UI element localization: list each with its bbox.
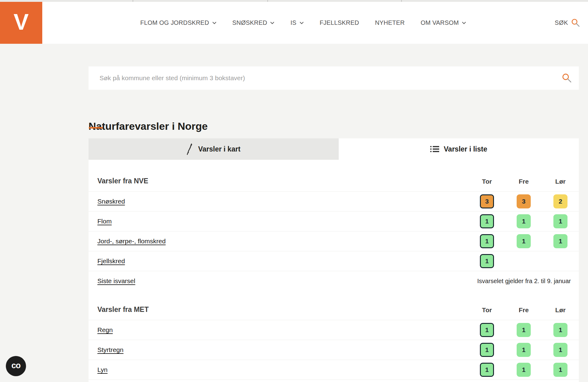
nav-item-label: IS: [290, 19, 296, 26]
row-link-styrtregn[interactable]: Styrtregn: [97, 346, 469, 354]
section-title: Varsler fra NVE: [97, 177, 469, 185]
sections: Varsler fra NVETorFreLørSnøskred332Flom1…: [89, 160, 579, 380]
warning-level-badge: 1: [480, 363, 494, 377]
day-cell: 1: [505, 323, 542, 337]
chevron-down-icon: [212, 21, 217, 24]
section-title: Varsler fra MET: [97, 305, 469, 314]
column-header-tor: Tor: [469, 306, 505, 314]
day-cell: 3: [469, 194, 505, 208]
table-row: Flom111: [89, 211, 579, 231]
logo-letter: V: [13, 11, 28, 33]
column-header-fre: Fre: [505, 178, 542, 185]
table-row: Styrtregn111: [89, 340, 579, 360]
table-row: Siste isvarselIsvarselet gjelder fra 2. …: [89, 271, 579, 291]
divider: [89, 380, 579, 380]
section-varsler-fra-met: Varsler fra METTorFreLørRegn111Styrtregn…: [89, 291, 579, 380]
day-cell: 1: [542, 214, 579, 228]
cookie-widget-button[interactable]: co: [6, 356, 26, 376]
day-cell: 2: [542, 194, 579, 208]
warning-level-badge: 1: [553, 363, 567, 377]
edge-tick: [267, 0, 268, 2]
nav-item-label: NYHETER: [375, 19, 405, 26]
chevron-down-icon: [270, 21, 274, 24]
section-header: Varsler fra METTorFreLør: [89, 291, 579, 320]
norway-map-icon: [187, 143, 194, 155]
column-header-fre: Fre: [505, 306, 542, 314]
day-cell: 1: [469, 214, 505, 228]
nav-item-label: FJELLSKRED: [320, 19, 359, 26]
search-menu-button[interactable]: SØK: [555, 2, 580, 44]
row-link-jord-s-rpe-flomskred[interactable]: Jord-, sørpe-, flomskred: [97, 238, 469, 245]
row-link-regn[interactable]: Regn: [97, 326, 469, 334]
search-menu-label: SØK: [555, 19, 568, 26]
nav-item-label: FLOM OG JORDSKRED: [140, 19, 209, 26]
edge-tick: [133, 0, 133, 2]
day-cell: 1: [542, 343, 579, 357]
day-cell: 1: [469, 363, 505, 377]
nav-item-nyheter[interactable]: NYHETER: [375, 19, 405, 26]
column-header-l-r: Lør: [542, 306, 579, 314]
table-row: Jord-, sørpe-, flomskred111: [89, 231, 579, 251]
day-cell: 1: [469, 343, 505, 357]
warning-level-badge: 1: [480, 214, 494, 228]
edge-tick: [401, 0, 402, 2]
warning-level-badge: 1: [517, 323, 531, 337]
varsom-logo[interactable]: V: [0, 2, 42, 44]
warning-level-badge: 1: [553, 234, 567, 248]
warning-level-badge: 3: [480, 194, 494, 208]
list-icon: [430, 145, 439, 153]
warning-level-badge: 1: [553, 214, 567, 228]
nav-item-flom-og-jordskred[interactable]: FLOM OG JORDSKRED: [140, 19, 217, 26]
ice-warning-note: Isvarselet gjelder fra 2. til 9. januar: [469, 278, 579, 285]
nav-item-sn-skred[interactable]: SNØSKRED: [232, 19, 275, 26]
day-cell: 1: [505, 363, 542, 377]
place-search: [89, 66, 579, 90]
section-varsler-fra-nve: Varsler fra NVETorFreLørSnøskred332Flom1…: [89, 160, 579, 291]
nav-item-fjellskred[interactable]: FJELLSKRED: [320, 19, 359, 26]
place-search-submit-button[interactable]: [562, 73, 572, 83]
row-link-flom[interactable]: Flom: [97, 218, 469, 225]
column-header-tor: Tor: [469, 178, 505, 185]
section-header: Varsler fra NVETorFreLør: [89, 160, 579, 191]
tab-varsler-i-liste[interactable]: Varsler i liste: [339, 138, 579, 160]
row-link-lyn[interactable]: Lyn: [97, 366, 469, 373]
tab-varsler-i-kart[interactable]: Varsler i kart: [89, 138, 339, 160]
nav-item-label: OM VARSOM: [420, 19, 459, 26]
warning-level-badge: 1: [480, 323, 494, 337]
day-cell: 1: [469, 234, 505, 248]
warning-level-badge: 2: [553, 194, 567, 208]
day-cell: 1: [542, 234, 579, 248]
main-nav: FLOM OG JORDSKREDSNØSKREDISFJELLSKREDNYH…: [140, 2, 466, 44]
table-row: Snøskred332: [89, 191, 579, 211]
tab-label: Varsler i kart: [198, 145, 240, 153]
warning-level-badge: 1: [553, 343, 567, 357]
warning-level-badge: 1: [517, 363, 531, 377]
day-cell: 1: [505, 343, 542, 357]
row-link-siste-isvarsel[interactable]: Siste isvarsel: [97, 277, 469, 285]
warning-level-badge: 1: [480, 343, 494, 357]
title-underline: [89, 127, 103, 129]
row-link-fjellskred[interactable]: Fjellskred: [97, 257, 469, 265]
warnings-card: Varsler i kart Varsler i liste Varsler f…: [89, 138, 579, 382]
warning-level-badge: 1: [480, 234, 494, 248]
day-cell: 1: [505, 234, 542, 248]
nav-item-label: SNØSKRED: [232, 19, 267, 26]
tab-label: Varsler i liste: [444, 145, 487, 153]
search-icon: [571, 18, 580, 28]
nav-item-is[interactable]: IS: [290, 19, 303, 26]
table-row: Lyn111: [89, 360, 579, 380]
site-header: V FLOM OG JORDSKREDSNØSKREDISFJELLSKREDN…: [0, 2, 588, 44]
day-cell: 1: [505, 214, 542, 228]
day-cell: 1: [542, 323, 579, 337]
row-link-sn-skred[interactable]: Snøskred: [97, 198, 469, 205]
chevron-down-icon: [462, 21, 466, 24]
warning-level-badge: 1: [480, 254, 494, 268]
view-tabbar: Varsler i kart Varsler i liste: [89, 138, 579, 160]
warning-level-badge: 1: [553, 323, 567, 337]
table-row: Fjellskred1: [89, 251, 579, 271]
nav-item-om-varsom[interactable]: OM VARSOM: [420, 19, 466, 26]
browser-edge: [0, 0, 588, 2]
day-cell: 1: [469, 254, 505, 268]
chevron-down-icon: [300, 21, 304, 24]
place-search-input[interactable]: [89, 66, 579, 90]
